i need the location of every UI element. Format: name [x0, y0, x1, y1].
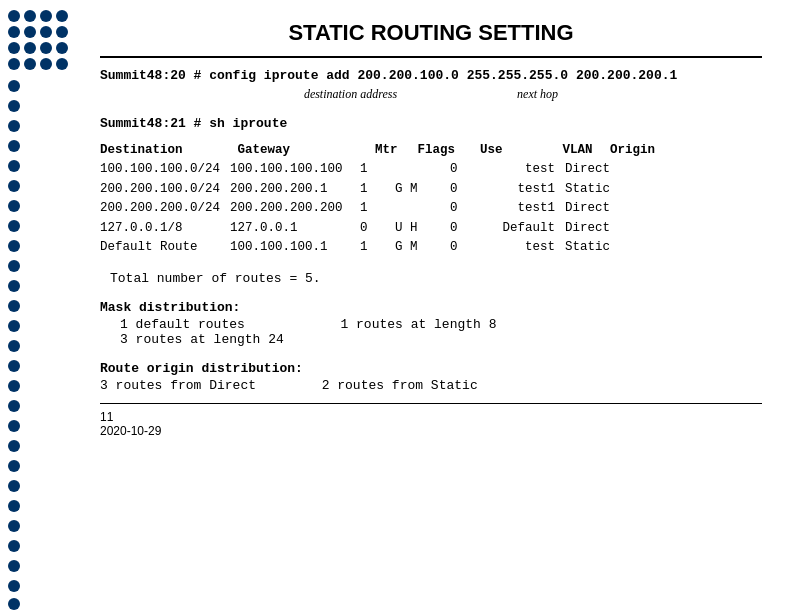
routing-table: Destination Gateway Mtr Flags Use VLAN O…	[100, 141, 762, 257]
top-divider	[100, 56, 762, 58]
cell-origin: Direct	[555, 199, 610, 218]
table-row: 100.100.100.0/24 100.100.100.100 1 0 tes…	[100, 160, 762, 179]
cell-origin: Direct	[555, 219, 610, 238]
dot	[8, 260, 20, 272]
cell-use: 0	[450, 160, 490, 179]
cell-origin: Direct	[555, 160, 610, 179]
dot	[8, 80, 20, 92]
col-header-use: Use	[480, 141, 520, 160]
dot	[8, 540, 20, 552]
dot	[8, 360, 20, 372]
col-header-gw: Gateway	[238, 141, 368, 160]
page-number: 11	[100, 410, 113, 424]
cell-vlan: test1	[490, 180, 555, 199]
dot	[8, 26, 20, 38]
route-origin-direct: 3 routes from Direct	[100, 378, 256, 393]
cell-flags: G M	[395, 180, 450, 199]
dot	[24, 42, 36, 54]
main-content: STATIC ROUTING SETTING Summit48:20 # con…	[80, 0, 792, 612]
cell-dest: 200.200.200.0/24	[100, 199, 230, 218]
route-origin-static: 2 routes from Static	[322, 378, 478, 393]
dot	[8, 520, 20, 532]
route-origin: Route origin distribution: 3 routes from…	[100, 361, 762, 393]
col-header-origin: Origin	[600, 141, 655, 160]
dot	[8, 300, 20, 312]
cell-gw: 200.200.200.1	[230, 180, 360, 199]
dot	[8, 180, 20, 192]
table-rows: 100.100.100.0/24 100.100.100.100 1 0 tes…	[100, 160, 762, 257]
dot	[8, 58, 20, 70]
table-row: 200.200.100.0/24 200.200.200.1 1 G M 0 t…	[100, 180, 762, 199]
nexthop-label: next hop	[517, 87, 558, 102]
dest-label: destination address	[304, 87, 397, 102]
dot	[8, 500, 20, 512]
cell-dest: 200.200.100.0/24	[100, 180, 230, 199]
dot	[8, 160, 20, 172]
dot	[56, 10, 68, 22]
sh-command: Summit48:21 # sh iproute	[100, 116, 762, 131]
dot	[40, 26, 52, 38]
dot	[24, 10, 36, 22]
cell-gw: 100.100.100.100	[230, 160, 360, 179]
cell-mtr: 1	[360, 160, 395, 179]
cell-flags	[395, 160, 450, 179]
cell-dest: Default Route	[100, 238, 230, 257]
cell-use: 0	[450, 219, 490, 238]
dot	[8, 400, 20, 412]
dot	[8, 480, 20, 492]
dot	[8, 10, 20, 22]
dot	[56, 58, 68, 70]
cell-vlan: test	[490, 238, 555, 257]
bottom-divider	[100, 403, 762, 404]
cell-gw: 100.100.100.1	[230, 238, 360, 257]
cell-flags: U H	[395, 219, 450, 238]
cell-flags: G M	[395, 238, 450, 257]
cell-mtr: 1	[360, 199, 395, 218]
dot	[8, 120, 20, 132]
footer: 11 2020-10-29	[100, 410, 762, 438]
mask-dist-line2: 3 routes at length 24	[120, 332, 762, 347]
dot	[56, 26, 68, 38]
dots-panel	[0, 0, 80, 612]
dot	[24, 26, 36, 38]
cell-use: 0	[450, 238, 490, 257]
table-row: 127.0.0.1/8 127.0.0.1 0 U H 0 Default Di…	[100, 219, 762, 238]
dot	[8, 320, 20, 332]
cell-vlan: test1	[490, 199, 555, 218]
mask-dist-line1-suffix: 1 routes at length 8	[340, 317, 496, 332]
dot	[8, 560, 20, 572]
dot	[8, 140, 20, 152]
dot	[8, 598, 20, 610]
date: 2020-10-29	[100, 424, 161, 438]
mask-dist-line1-prefix: 1 default routes	[120, 317, 245, 332]
route-origin-line1: 3 routes from Direct 2 routes from Stati…	[100, 378, 762, 393]
dot	[8, 420, 20, 432]
dot	[56, 42, 68, 54]
dot	[40, 58, 52, 70]
cell-use: 0	[450, 199, 490, 218]
dot	[8, 580, 20, 592]
dot	[8, 200, 20, 212]
table-row: 200.200.200.0/24 200.200.200.200 1 0 tes…	[100, 199, 762, 218]
dot	[8, 280, 20, 292]
cell-origin: Static	[555, 238, 610, 257]
dot	[8, 240, 20, 252]
cell-mtr: 0	[360, 219, 395, 238]
dot	[8, 220, 20, 232]
dot	[8, 380, 20, 392]
dot	[8, 440, 20, 452]
table-header: Destination Gateway Mtr Flags Use VLAN O…	[100, 141, 762, 160]
cell-vlan: test	[490, 160, 555, 179]
total-routes: Total number of routes = 5.	[110, 271, 762, 286]
dot	[40, 42, 52, 54]
cell-mtr: 1	[360, 238, 395, 257]
col-header-mtr: Mtr	[375, 141, 410, 160]
cell-gw: 200.200.200.200	[230, 199, 360, 218]
route-origin-label: Route origin distribution:	[100, 361, 762, 376]
dot	[8, 340, 20, 352]
cell-origin: Static	[555, 180, 610, 199]
dot	[8, 42, 20, 54]
cell-vlan: Default	[490, 219, 555, 238]
address-labels: destination address next hop	[100, 87, 762, 102]
config-command: Summit48:20 # config iproute add 200.200…	[100, 68, 762, 83]
